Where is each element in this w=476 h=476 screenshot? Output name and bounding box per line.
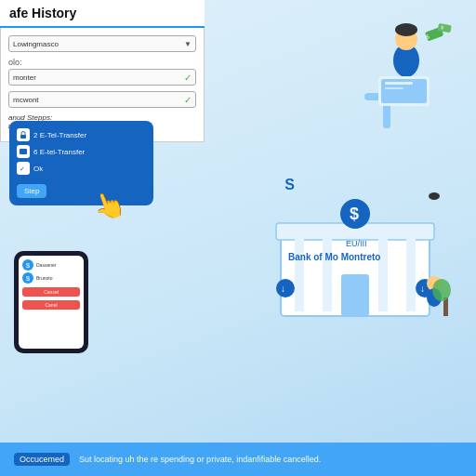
svg-point-8 bbox=[395, 23, 417, 36]
svg-text:↓: ↓ bbox=[420, 284, 425, 294]
svg-point-36 bbox=[432, 279, 451, 301]
steps-card: 2 E-Tel-Transfer $ 6 E-tel-Transfer ✓ Ok… bbox=[9, 121, 153, 205]
bank-building-illustration: $ Bank of Mo Montreto ↓ ↓ EU/III bbox=[271, 186, 457, 325]
cancel-button[interactable]: Cancel bbox=[22, 287, 80, 297]
step3-label: Ok bbox=[33, 165, 43, 173]
svg-text:✓: ✓ bbox=[20, 165, 25, 172]
dropdown-value: Lowingmasco bbox=[13, 40, 59, 48]
svg-point-27 bbox=[276, 279, 295, 298]
ok-icon: ✓ bbox=[17, 162, 30, 175]
phone-row-2: $ Brunoto bbox=[22, 272, 80, 284]
step1-label: 2 E-Tel-Transfer bbox=[33, 131, 86, 139]
field2-value: mcwont bbox=[13, 96, 39, 104]
step-item-1: 2 E-Tel-Transfer bbox=[17, 128, 146, 141]
step-item-2: $ 6 E-tel-Transfer bbox=[17, 145, 146, 158]
check-icon2: ✓ bbox=[184, 95, 192, 105]
header-bar: afe History bbox=[0, 0, 205, 28]
field1-row: olo: monter ✓ bbox=[8, 58, 196, 86]
phone-screen: $ Dassener $ Brunoto Cancel Canel bbox=[19, 256, 84, 349]
svg-rect-0 bbox=[20, 135, 26, 139]
step-item-3: ✓ Ok bbox=[17, 162, 146, 175]
bottom-tag: Occucemed bbox=[14, 453, 70, 466]
dollar-icon-1: $ bbox=[22, 259, 33, 271]
svg-point-34 bbox=[429, 192, 440, 200]
svg-rect-19 bbox=[295, 237, 304, 311]
field1-value: monter bbox=[13, 73, 36, 82]
transfer-icon: $ bbox=[17, 145, 30, 158]
person-desk-illustration: $ $ bbox=[337, 19, 457, 139]
field1-input[interactable]: monter ✓ bbox=[8, 69, 196, 86]
dollar-icon-2: $ bbox=[22, 272, 33, 284]
phone-text-2: Brunoto bbox=[36, 275, 53, 281]
svg-rect-23 bbox=[341, 274, 369, 316]
svg-rect-11 bbox=[385, 82, 413, 85]
bottom-bar: Occucemed Sut locating uh the re spendin… bbox=[0, 443, 476, 476]
field2-input[interactable]: mcwont ✓ bbox=[8, 91, 196, 108]
dropdown-row: Lowingmasco ▼ bbox=[8, 35, 196, 52]
svg-rect-20 bbox=[323, 237, 332, 311]
svg-rect-21 bbox=[378, 237, 388, 311]
step-button[interactable]: Step bbox=[17, 184, 46, 198]
lock-icon bbox=[17, 128, 30, 141]
bottom-description: Sut locating uh the re spending or priva… bbox=[79, 455, 321, 464]
svg-text:Bank of Mo Montreto: Bank of Mo Montreto bbox=[288, 252, 380, 262]
svg-rect-22 bbox=[406, 237, 416, 311]
check-icon: ✓ bbox=[184, 73, 192, 83]
chevron-down-icon: ▼ bbox=[184, 40, 192, 48]
svg-text:↓: ↓ bbox=[281, 284, 285, 294]
canel-button[interactable]: Canel bbox=[22, 300, 80, 310]
s-label: S bbox=[284, 177, 295, 193]
field1-label: olo: bbox=[8, 58, 196, 67]
field2-row: mcwont ✓ bbox=[8, 91, 196, 108]
svg-text:EU/III: EU/III bbox=[346, 239, 367, 248]
svg-rect-12 bbox=[385, 87, 403, 89]
phone-row-1: $ Dassener bbox=[22, 259, 80, 271]
dropdown-field[interactable]: Lowingmasco ▼ bbox=[8, 35, 196, 52]
svg-text:$: $ bbox=[350, 205, 359, 223]
step2-label: 6 E-tel-Transfer bbox=[33, 148, 85, 156]
phone-mockup: $ Dassener $ Brunoto Cancel Canel bbox=[14, 251, 88, 353]
phone-text-1: Dassener bbox=[36, 262, 56, 268]
page-title: afe History bbox=[9, 6, 76, 20]
